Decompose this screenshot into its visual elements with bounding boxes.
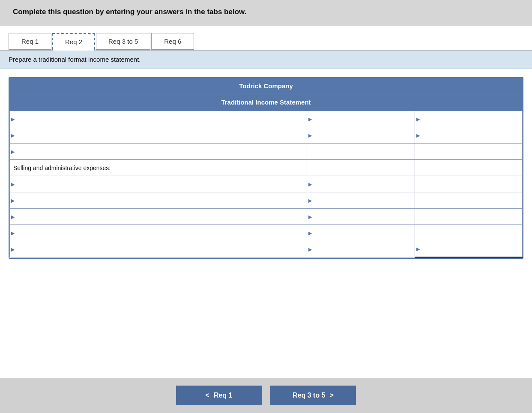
- row7-right-cell: [415, 209, 522, 225]
- tab-req6[interactable]: Req 6: [151, 33, 194, 50]
- tab-req3to5[interactable]: Req 3 to 5: [96, 33, 150, 50]
- row5-right-cell: [415, 176, 522, 192]
- row3-desc-cell: [10, 144, 307, 160]
- table-row: [10, 225, 523, 241]
- row4-mid-input[interactable]: [307, 160, 414, 176]
- statement-title-header: Traditional Income Statement: [9, 94, 523, 111]
- table-row: [10, 209, 523, 225]
- row2-right-cell: [415, 127, 522, 144]
- row1-right-input[interactable]: [415, 111, 522, 127]
- row6-right-input[interactable]: [415, 192, 522, 208]
- row3-right-cell: [415, 144, 522, 160]
- income-table-container: Todrick Company Traditional Income State…: [9, 77, 523, 259]
- row9-mid-input[interactable]: [307, 241, 414, 257]
- row8-mid-input[interactable]: [307, 225, 414, 241]
- description-text: Prepare a traditional format income stat…: [9, 56, 140, 63]
- row7-right-input[interactable]: [415, 209, 522, 224]
- row4-right-cell: [415, 160, 522, 176]
- row4-mid-cell: [307, 160, 415, 176]
- row7-desc-cell: [10, 209, 307, 225]
- row2-mid-input[interactable]: [307, 127, 414, 143]
- next-label: Req 3 to 5: [293, 392, 325, 399]
- row9-right-cell: [415, 241, 522, 257]
- company-name-header: Todrick Company: [9, 78, 523, 94]
- prev-button[interactable]: < Req 1: [176, 386, 262, 405]
- row2-desc-cell: [10, 127, 307, 144]
- row5-desc-input[interactable]: [10, 176, 307, 192]
- row6-mid-cell: [307, 192, 415, 209]
- table-row: [10, 192, 523, 209]
- row3-desc-input[interactable]: [10, 144, 307, 159]
- row8-mid-cell: [307, 225, 415, 241]
- row8-right-cell: [415, 225, 522, 241]
- prev-label: Req 1: [214, 392, 233, 399]
- row9-desc-input[interactable]: [10, 241, 307, 257]
- table-row: [10, 144, 523, 160]
- row5-mid-cell: [307, 176, 415, 192]
- row9-mid-cell: [307, 241, 415, 257]
- table-row: [10, 111, 523, 127]
- row7-mid-input[interactable]: [307, 209, 414, 224]
- row4-right-input[interactable]: [415, 160, 522, 176]
- row5-right-input[interactable]: [415, 176, 522, 192]
- tab-req2[interactable]: Req 2: [52, 33, 95, 50]
- row9-right-input[interactable]: [415, 241, 522, 257]
- row8-desc-input[interactable]: [10, 225, 307, 241]
- main-content: Todrick Company Traditional Income State…: [0, 69, 532, 378]
- row2-mid-cell: [307, 127, 415, 144]
- row1-mid-cell: [307, 111, 415, 127]
- row7-desc-input[interactable]: [10, 209, 307, 224]
- bottom-navigation: < Req 1 Req 3 to 5 >: [0, 378, 532, 413]
- table-row: [10, 176, 523, 192]
- row2-right-input[interactable]: [415, 127, 522, 143]
- row9-desc-cell: [10, 241, 307, 257]
- tabs-container: Req 1 Req 2 Req 3 to 5 Req 6: [0, 26, 532, 51]
- next-icon: >: [330, 392, 334, 399]
- row8-desc-cell: [10, 225, 307, 241]
- row6-mid-input[interactable]: [307, 192, 414, 208]
- instruction-bar: Complete this question by entering your …: [0, 0, 532, 26]
- row3-mid-input[interactable]: [307, 144, 414, 159]
- row1-desc-input[interactable]: [10, 111, 307, 127]
- table-row: Selling and administrative expenses:: [10, 160, 523, 176]
- tab-req1[interactable]: Req 1: [9, 33, 51, 50]
- row6-desc-input[interactable]: [10, 192, 307, 208]
- row3-right-input[interactable]: [415, 144, 522, 159]
- row5-desc-cell: [10, 176, 307, 192]
- row1-mid-input[interactable]: [307, 111, 414, 127]
- row1-right-cell: [415, 111, 522, 127]
- row6-right-cell: [415, 192, 522, 209]
- row7-mid-cell: [307, 209, 415, 225]
- row8-right-input[interactable]: [415, 225, 522, 241]
- table-row: [10, 127, 523, 144]
- instruction-text: Complete this question by entering your …: [13, 8, 519, 16]
- table-row: [10, 241, 523, 257]
- next-button[interactable]: Req 3 to 5 >: [270, 386, 356, 405]
- row2-desc-input[interactable]: [10, 127, 307, 143]
- row6-desc-cell: [10, 192, 307, 209]
- row5-mid-input[interactable]: [307, 176, 414, 192]
- row3-mid-cell: [307, 144, 415, 160]
- row4-label-cell: Selling and administrative expenses:: [10, 160, 307, 176]
- row1-desc-cell: [10, 111, 307, 127]
- prev-icon: <: [206, 392, 209, 399]
- income-table: Selling and administrative expenses:: [9, 111, 523, 258]
- description-bar: Prepare a traditional format income stat…: [0, 51, 532, 69]
